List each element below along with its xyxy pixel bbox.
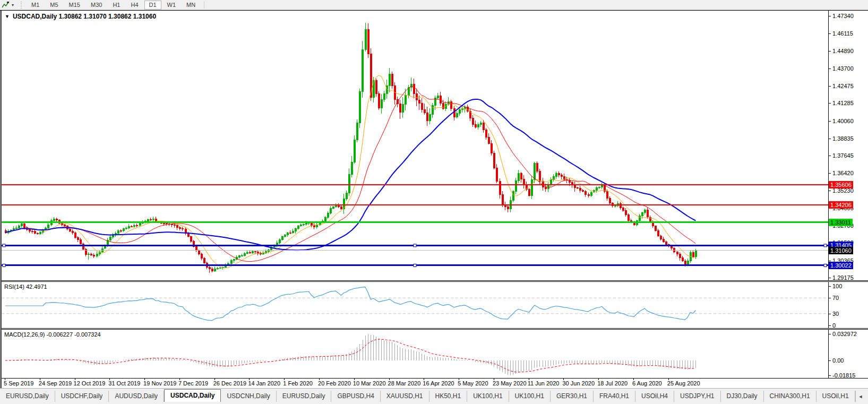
tab-uk100-h1[interactable]: UK100,H1 bbox=[509, 391, 551, 402]
x-axis-label: 23 May 2020 bbox=[493, 380, 527, 386]
tab-usdchf-daily[interactable]: USDCHF,Daily bbox=[55, 391, 109, 402]
timeframe-buttons: M1M5M15M30H1H4D1W1MN bbox=[26, 1, 201, 10]
tab-gbpusd-h4[interactable]: GBPUSD,H4 bbox=[331, 391, 380, 402]
rsi-chart-canvas[interactable] bbox=[2, 282, 828, 328]
x-axis-label: 19 Nov 2019 bbox=[143, 380, 176, 386]
axis-tick-label: 1.36420 bbox=[832, 170, 854, 176]
rsi-label: RSI(14) 42.4971 bbox=[4, 283, 47, 290]
tab-scroll-right-icon[interactable]: ► bbox=[866, 394, 868, 399]
tab-eurusd-daily[interactable]: EURUSD,Daily bbox=[0, 391, 55, 402]
x-axis-label: 5 Sep 2019 bbox=[4, 380, 33, 386]
tf-button-mn[interactable]: MN bbox=[182, 1, 200, 10]
hline-handle[interactable] bbox=[414, 264, 416, 267]
price-level-badge: 1.34206 bbox=[829, 201, 853, 209]
time-axis[interactable]: 5 Sep 201924 Sep 201912 Oct 201931 Oct 2… bbox=[2, 379, 868, 388]
symbol-dropdown-caret[interactable]: ▼ bbox=[5, 13, 10, 21]
axis-tick-mark bbox=[829, 121, 831, 122]
axis-tick-label: 1.41285 bbox=[832, 100, 854, 106]
x-axis-label: 7 Dec 2019 bbox=[178, 380, 208, 386]
axis-tick-mark bbox=[829, 278, 831, 278]
axis-tick-label: 1.40060 bbox=[832, 118, 854, 124]
line-tool-icon[interactable] bbox=[1, 1, 10, 9]
axis-tick-label: 1.47340 bbox=[832, 13, 854, 19]
x-axis-label: 14 Jan 2020 bbox=[248, 380, 280, 386]
ma-8-line[interactable] bbox=[5, 75, 695, 268]
ma-45-line[interactable] bbox=[5, 99, 695, 250]
tab-usoil-h4[interactable]: USOil,H4 bbox=[635, 391, 674, 402]
axis-tick-label: 0 bbox=[832, 322, 836, 329]
tab-hk50-h1[interactable]: HK50,H1 bbox=[429, 391, 468, 402]
rsi-axis: 10070300 bbox=[828, 282, 868, 328]
axis-tick-label: 30 bbox=[832, 311, 839, 317]
timeframe-toolbar: ▾ M1M5M15M30H1H4D1W1MN bbox=[0, 0, 868, 10]
axis-tick-label: 70 bbox=[832, 295, 839, 301]
macd-chart-canvas[interactable] bbox=[2, 330, 828, 378]
x-axis-label: 31 Oct 2019 bbox=[108, 380, 140, 386]
axis-tick-mark bbox=[829, 51, 831, 51]
axis-tick-label: 1.44890 bbox=[832, 48, 854, 54]
hline-handle[interactable] bbox=[824, 264, 827, 267]
tab-usdcnh-daily[interactable]: USDCNH,Daily bbox=[221, 391, 276, 402]
macd-panel: 0.0329720.00-0.01815 MACD(12,26,9) -0.00… bbox=[2, 330, 868, 379]
hline-handle[interactable] bbox=[414, 244, 416, 247]
macd-signal-line bbox=[5, 339, 695, 372]
x-axis-label: 11 Jun 2020 bbox=[528, 380, 560, 386]
chart-title: ▼ USDCAD,Daily 1.30862 1.31070 1.30862 1… bbox=[5, 13, 156, 21]
current-price-badge: 1.31060 bbox=[829, 247, 853, 254]
hline-handle[interactable] bbox=[824, 244, 827, 247]
axis-tick-mark bbox=[829, 286, 831, 287]
macd-label: MACD(12,26,9) -0.006227 -0.007324 bbox=[4, 331, 101, 338]
hline-handle[interactable] bbox=[3, 264, 5, 267]
tab-china300-h1[interactable]: CHINA300,H1 bbox=[764, 391, 817, 402]
x-axis-label: 16 Apr 2020 bbox=[423, 380, 454, 386]
tab-usoil-h1[interactable]: USOil,H1 bbox=[817, 391, 855, 402]
price-level-badge: 1.35606 bbox=[829, 181, 853, 188]
axis-tick-label: 1.43700 bbox=[832, 65, 854, 72]
bear-wicks bbox=[5, 23, 693, 273]
axis-tick-label: 0.00 bbox=[832, 357, 844, 364]
tf-button-d1[interactable]: D1 bbox=[144, 1, 161, 10]
tf-button-w1[interactable]: W1 bbox=[162, 1, 181, 10]
price-chart-canvas[interactable] bbox=[2, 11, 828, 280]
chart-tool-dropdown-caret[interactable]: ▾ bbox=[10, 1, 16, 9]
price-level-badge: 1.30022 bbox=[829, 262, 853, 269]
tf-button-h4[interactable]: H4 bbox=[126, 1, 143, 10]
tab-usdjpy-h1[interactable]: USDJPY,H1 bbox=[674, 391, 720, 402]
x-axis-label: 6 Aug 2020 bbox=[632, 380, 662, 386]
tab-fra40-h1[interactable]: FRA40,H1 bbox=[594, 391, 635, 402]
tf-button-h1[interactable]: H1 bbox=[108, 1, 125, 10]
x-axis-label: 18 Jul 2020 bbox=[597, 380, 628, 386]
axis-tick-label: 100 bbox=[832, 283, 842, 289]
toolbar-drag-handle[interactable] bbox=[20, 2, 23, 8]
axis-tick-mark bbox=[829, 103, 831, 104]
price-axis[interactable]: 1.473401.461151.448901.437001.424751.412… bbox=[828, 11, 868, 280]
price-panel: 1.473401.461151.448901.437001.424751.412… bbox=[2, 11, 868, 282]
tab-xauusd-h1[interactable]: XAUUSD,H1 bbox=[381, 391, 429, 402]
tf-button-m30[interactable]: M30 bbox=[86, 1, 107, 10]
axis-tick-mark bbox=[829, 156, 831, 156]
tab-uk100-h1[interactable]: UK100,H1 bbox=[467, 391, 509, 402]
x-axis-label: 28 Mar 2020 bbox=[388, 380, 421, 386]
tab-scroll-left-icon[interactable]: ◄ bbox=[856, 394, 866, 399]
axis-tick-label: 1.42475 bbox=[832, 83, 854, 89]
axis-tick-mark bbox=[829, 298, 831, 298]
axis-tick-mark bbox=[829, 191, 831, 191]
axis-tick-label: 0.032972 bbox=[832, 331, 857, 337]
tf-button-m5[interactable]: M5 bbox=[45, 1, 63, 10]
tab-eurusd-daily[interactable]: EURUSD,Daily bbox=[277, 391, 332, 402]
tab-dj30-daily[interactable]: DJ30,Daily bbox=[721, 391, 764, 402]
axis-tick-mark bbox=[829, 314, 831, 314]
x-axis-label: 24 Sep 2019 bbox=[39, 380, 72, 386]
tab-ger30-h1[interactable]: GER30,H1 bbox=[551, 391, 594, 402]
tf-button-m1[interactable]: M1 bbox=[27, 1, 44, 10]
hline-handle[interactable] bbox=[3, 244, 5, 247]
price-level-badge: 1.33011 bbox=[829, 219, 853, 226]
x-axis-label: 20 Feb 2020 bbox=[318, 380, 351, 386]
x-axis-label: 10 Mar 2020 bbox=[353, 380, 386, 386]
tf-button-m15[interactable]: M15 bbox=[64, 1, 85, 10]
tab-usdcad-daily[interactable]: USDCAD,Daily bbox=[164, 389, 221, 402]
axis-tick-mark bbox=[829, 360, 831, 361]
tab-audusd-daily[interactable]: AUDUSD,Daily bbox=[109, 391, 164, 402]
axis-tick-mark bbox=[829, 33, 831, 34]
chart-window: 1.473401.461151.448901.437001.424751.412… bbox=[0, 10, 868, 388]
